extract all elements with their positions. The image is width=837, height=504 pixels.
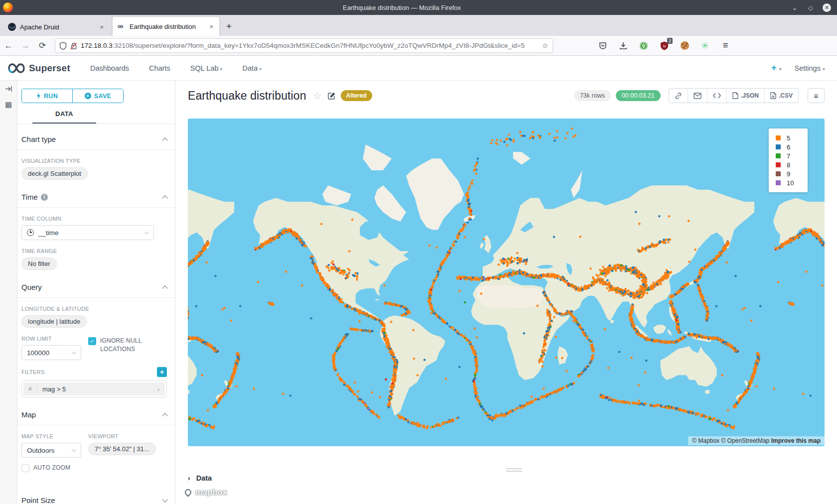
superset-navbar: Superset DashboardsChartsSQL Lab▾Data▾ +… [0, 56, 837, 81]
window-maximize-icon[interactable]: ◇ [807, 4, 815, 11]
map-style-label: MAP STYLE [21, 433, 81, 439]
window-titlebar: Earthquake distribution — Mozilla Firefo… [0, 0, 837, 15]
section-map-header[interactable]: Map [21, 408, 167, 425]
auto-zoom-checkbox[interactable] [21, 464, 29, 472]
section-query: Query LONGITUDE & LATITUDE longitude | l… [17, 272, 175, 399]
ignore-null-checkbox[interactable]: ✓ [88, 337, 96, 345]
mapbox-logo[interactable]: mapbox [181, 487, 227, 498]
section-map: Map MAP STYLE Outdoors AUTO ZOOM [17, 399, 175, 474]
bookmark-star-icon[interactable]: ☆ [542, 41, 549, 50]
save-button[interactable]: + SAVE [72, 89, 123, 103]
legend-swatch [776, 180, 781, 185]
collapse-chevron-icon [162, 195, 167, 201]
legend-item: 6 [776, 142, 808, 151]
new-item-menu[interactable]: + ▾ [771, 63, 782, 73]
privacy-badger-icon[interactable] [639, 41, 649, 51]
legend-label: 8 [787, 161, 790, 169]
reload-button[interactable]: ⟳ [34, 40, 51, 51]
mapbox-attribution-link[interactable]: © Mapbox [692, 437, 719, 444]
time-range-value[interactable]: No filter [21, 257, 57, 270]
filter-expression[interactable]: mag > 5 [37, 385, 152, 393]
tab-close-icon[interactable]: × [99, 23, 105, 31]
legend-swatch [776, 162, 781, 167]
back-button[interactable]: ← [0, 41, 17, 51]
section-point-size: Point Size [17, 474, 175, 504]
filters-label: FILTERS [21, 369, 45, 375]
dataset-grid-icon[interactable]: ▦ [5, 100, 12, 109]
export-json-button[interactable]: .JSON [726, 89, 764, 103]
lonlat-label: LONGITUDE & LATITUDE [21, 306, 167, 312]
time-column-label: TIME COLUMN [21, 216, 167, 222]
copy-link-button[interactable] [669, 89, 688, 103]
osm-attribution-link[interactable]: © OpenStreetMap [721, 437, 769, 444]
url-bar[interactable]: 172.18.0.3:32108/superset/explore/?form_… [55, 38, 553, 53]
improve-map-link[interactable]: Improve this map [771, 437, 821, 444]
embed-code-button[interactable] [707, 89, 726, 103]
tab-data[interactable]: DATA [32, 110, 96, 124]
chart-menu-button[interactable]: ≡ [808, 88, 825, 103]
chevron-down-icon [144, 230, 149, 235]
ublock-badge: 2 [667, 38, 673, 44]
legend-label: 9 [787, 170, 790, 178]
expand-chevron-icon [162, 497, 167, 502]
favorite-star-icon[interactable]: ☆ [313, 90, 322, 102]
nav-item-dashboards[interactable]: Dashboards [90, 64, 129, 72]
new-tab-button[interactable]: + [226, 21, 232, 32]
forward-button[interactable]: → [17, 41, 34, 51]
ublock-icon[interactable]: u 2 [659, 41, 669, 51]
filter-row[interactable]: ✕ mag > 5 › [21, 380, 167, 397]
section-time-header[interactable]: Timei [21, 191, 167, 207]
firefox-menu-icon[interactable]: ≡ [720, 41, 730, 51]
viz-type-label: VISUALIZATION TYPE [21, 158, 167, 164]
map-legend: 5678910 [769, 128, 808, 192]
section-chart-type-header[interactable]: Chart type [21, 133, 167, 149]
altered-badge[interactable]: Altered [341, 90, 372, 101]
browser-tab-bar: Apache Druid×Earthquake distribution×+ [0, 15, 837, 36]
url-text[interactable]: 172.18.0.3:32108/superset/explore/?form_… [81, 42, 542, 49]
run-button[interactable]: RUN [22, 89, 72, 103]
email-button[interactable] [688, 89, 707, 103]
nav-item-sql-lab[interactable]: SQL Lab▾ [190, 64, 223, 72]
legend-label: 5 [787, 134, 790, 142]
section-point-size-header[interactable]: Point Size [21, 494, 167, 504]
brand-name: Superset [29, 63, 70, 74]
filter-expand-icon[interactable]: › [152, 385, 165, 393]
browser-tab-2[interactable]: Earthquake distribution× [113, 17, 219, 36]
lonlat-value[interactable]: longitude | latitude [21, 315, 87, 328]
map-style-select[interactable]: Outdoors [21, 443, 81, 458]
insecure-lock-icon[interactable] [70, 42, 77, 50]
viz-type-value[interactable]: deck.gl Scatterplot [21, 167, 88, 180]
section-chart-type: Chart type VISUALIZATION TYPE deck.gl Sc… [17, 124, 175, 182]
settings-menu[interactable]: Settings ▾ [795, 64, 825, 72]
window-close-icon[interactable]: ✕ [823, 3, 831, 12]
superset-logo[interactable]: Superset [8, 63, 70, 74]
export-csv-button[interactable]: .CSV [764, 89, 798, 103]
time-column-select[interactable]: __time [21, 225, 154, 240]
extension-asterisk-icon[interactable]: ✳ [700, 41, 710, 51]
nav-item-charts[interactable]: Charts [149, 64, 170, 72]
legend-item: 5 [776, 133, 808, 142]
add-filter-button[interactable]: + [157, 367, 167, 377]
data-results-toggle[interactable]: › Data [188, 474, 212, 482]
viewport-value[interactable]: 7° 35' 54.02" | 31... [88, 443, 156, 455]
window-minimize-icon[interactable]: ⌄ [791, 4, 799, 11]
tracking-shield-icon[interactable] [59, 42, 67, 50]
expand-dataset-panel-icon[interactable] [5, 86, 12, 92]
deckgl-map[interactable] [188, 119, 825, 446]
nav-item-data[interactable]: Data▾ [243, 64, 262, 72]
browser-tab-1[interactable]: Apache Druid× [3, 18, 110, 36]
pocket-icon[interactable] [598, 41, 608, 51]
chart-title: Earthquake distribution [188, 89, 306, 103]
collapse-chevron-icon [162, 413, 167, 418]
legend-swatch [776, 171, 781, 176]
cookie-extension-icon[interactable] [680, 41, 690, 51]
tab-close-icon[interactable]: × [208, 23, 214, 30]
section-query-header[interactable]: Query [21, 281, 167, 297]
downloads-icon[interactable] [618, 41, 628, 51]
edit-properties-icon[interactable] [328, 92, 336, 100]
remove-filter-icon[interactable]: ✕ [23, 385, 37, 392]
panel-resize-handle[interactable] [506, 468, 522, 473]
row-limit-select[interactable]: 100000 [21, 345, 81, 360]
auto-zoom-label: AUTO ZOOM [33, 464, 70, 472]
chevron-down-icon [72, 350, 77, 355]
